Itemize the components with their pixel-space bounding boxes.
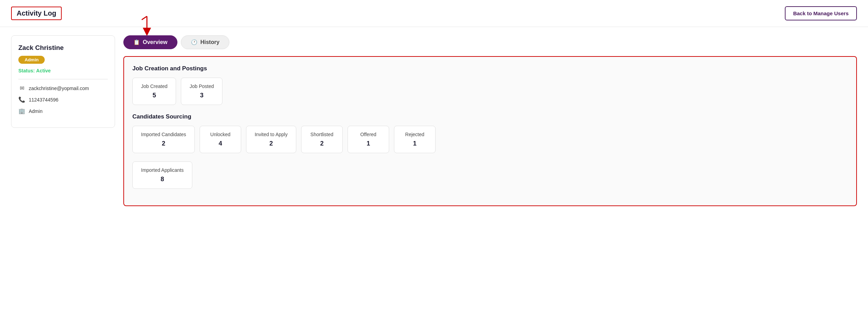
main-content: Zack Christine Admin Status: Active ✉ za… [0, 27, 868, 326]
user-card: Zack Christine Admin Status: Active ✉ za… [11, 35, 115, 128]
user-name: Zack Christine [18, 44, 108, 52]
imported-applicants-label: Imported Applicants [141, 167, 184, 173]
job-creation-heading: Job Creation and Postings [132, 65, 848, 72]
user-phone: 11243744596 [29, 97, 59, 103]
job-created-value: 5 [141, 92, 167, 99]
user-department-row: 🏢 Admin [18, 108, 108, 114]
stat-card-imported-candidates: Imported Candidates 2 [132, 126, 195, 153]
tabs-container: 📋 Overview 🕐 History [123, 35, 857, 49]
job-posted-label: Job Posted [190, 83, 214, 89]
tab-overview-label: Overview [143, 39, 167, 45]
candidates-sourcing-section: Candidates Sourcing Imported Candidates … [132, 113, 848, 189]
back-to-manage-users-button[interactable]: Back to Manage Users [785, 6, 857, 20]
candidates-sourcing-stats: Imported Candidates 2 Unlocked 4 Invited… [132, 126, 848, 153]
tab-history-label: History [200, 39, 219, 45]
invited-to-apply-value: 2 [255, 140, 288, 147]
stat-card-invited-to-apply: Invited to Apply 2 [246, 126, 296, 153]
overview-section: Job Creation and Postings Job Created 5 … [123, 56, 857, 206]
page-title: Activity Log [11, 7, 62, 20]
email-icon: ✉ [18, 85, 25, 91]
stat-card-offered: Offered 1 [348, 126, 389, 153]
unlocked-value: 4 [208, 140, 233, 147]
overview-tab-icon: 📋 [133, 39, 140, 45]
job-creation-stats: Job Created 5 Job Posted 3 [132, 78, 848, 105]
imported-applicants-value: 8 [141, 176, 184, 183]
tab-overview[interactable]: 📋 Overview [123, 35, 177, 49]
stat-card-unlocked: Unlocked 4 [200, 126, 241, 153]
stat-card-shortlisted: Shortlisted 2 [301, 126, 343, 153]
rejected-value: 1 [403, 140, 427, 147]
status-label: Status: [18, 68, 35, 73]
imported-candidates-label: Imported Candidates [141, 132, 186, 137]
user-status: Status: Active [18, 68, 108, 73]
arrow-annotation [140, 15, 161, 37]
job-posted-value: 3 [190, 92, 214, 99]
svg-line-2 [142, 16, 147, 20]
tab-history[interactable]: 🕐 History [181, 35, 229, 49]
page-header: Activity Log Back to Manage Users [0, 0, 868, 27]
stat-card-job-posted: Job Posted 3 [181, 78, 222, 105]
right-content: 📋 Overview 🕐 History Job Creation and Po… [123, 35, 857, 320]
user-email-row: ✉ zackchristine@yopmail.com [18, 85, 108, 91]
offered-value: 1 [356, 140, 380, 147]
user-phone-row: 📞 11243744596 [18, 96, 108, 103]
stat-card-imported-applicants: Imported Applicants 8 [132, 161, 192, 189]
shortlisted-value: 2 [310, 140, 334, 147]
stat-card-rejected: Rejected 1 [394, 126, 436, 153]
user-department: Admin [29, 108, 43, 114]
building-icon: 🏢 [18, 108, 25, 114]
rejected-label: Rejected [403, 132, 427, 137]
imported-candidates-value: 2 [141, 140, 186, 147]
shortlisted-label: Shortlisted [310, 132, 334, 137]
extra-stats-row: Imported Applicants 8 [132, 161, 848, 189]
offered-label: Offered [356, 132, 380, 137]
stat-card-job-created: Job Created 5 [132, 78, 176, 105]
divider [18, 79, 108, 79]
job-created-label: Job Created [141, 83, 167, 89]
status-value: Active [36, 68, 51, 73]
job-creation-section: Job Creation and Postings Job Created 5 … [132, 65, 848, 105]
phone-icon: 📞 [18, 96, 25, 103]
history-tab-icon: 🕐 [191, 39, 198, 45]
user-email: zackchristine@yopmail.com [29, 86, 89, 91]
invited-to-apply-label: Invited to Apply [255, 132, 288, 137]
unlocked-label: Unlocked [208, 132, 233, 137]
candidates-sourcing-heading: Candidates Sourcing [132, 113, 848, 120]
user-role-badge: Admin [18, 56, 45, 64]
